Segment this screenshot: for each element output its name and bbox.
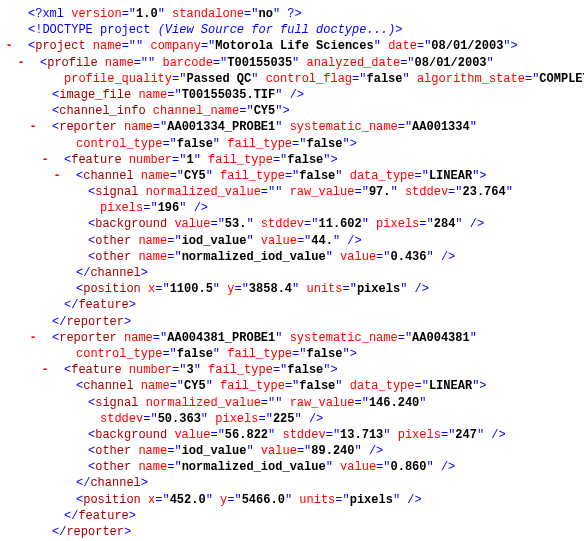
feature2-close: </feature> [4, 508, 580, 524]
channel-info: <channel_info channel_name="CY5"> [4, 103, 580, 119]
toggle-icon[interactable]: - [52, 168, 62, 184]
feature1-close: </feature> [4, 297, 580, 313]
project-open: -<project name="" company="Motorola Life… [4, 38, 580, 54]
signal2: <signal normalized_value="" raw_value="1… [4, 395, 580, 411]
background1: <background value="53." stddev="11.602" … [4, 216, 580, 232]
profile-cont: profile_quality="Passed QC" control_flag… [4, 71, 580, 87]
signal2-cont: stddev="50.363" pixels="225" /> [4, 411, 580, 427]
toggle-icon[interactable]: - [4, 38, 14, 54]
doctype: <!DOCTYPE project (View Source for full … [4, 22, 580, 38]
other1-1: <other name="iod_value" value="44." /> [4, 233, 580, 249]
reporter2-close: </reporter> [4, 524, 580, 540]
toggle-icon[interactable]: - [40, 362, 50, 378]
profile-open: -<profile name="" barcode="T00155035" an… [4, 55, 580, 71]
toggle-icon[interactable]: - [28, 119, 38, 135]
channel2-close: </channel> [4, 475, 580, 491]
feature2-open: -<feature number="3" fail_type="false"> [4, 362, 580, 378]
reporter1-close: </reporter> [4, 314, 580, 330]
toggle-icon[interactable]: - [16, 55, 26, 71]
channel1-open: -<channel name="CY5" fail_type="false" d… [4, 168, 580, 184]
position1: <position x="1100.5" y="3858.4" units="p… [4, 281, 580, 297]
other2-2: <other name="normalized_iod_value" value… [4, 459, 580, 475]
other2-1: <other name="iod_value" value="89.240" /… [4, 443, 580, 459]
reporter1-open: -<reporter name="AA001334_PROBE1" system… [4, 119, 580, 135]
xml-document: <?xml version="1.0" standalone="no" ?> <… [4, 6, 580, 540]
toggle-icon[interactable]: - [28, 330, 38, 346]
reporter2-open: -<reporter name="AA004381_PROBE1" system… [4, 330, 580, 346]
image-file: <image_file name="T00155035.TIF" /> [4, 87, 580, 103]
reporter2-cont: control_type="false" fail_type="false"> [4, 346, 580, 362]
feature1-open: -<feature number="1" fail_type="false"> [4, 152, 580, 168]
channel2-open: <channel name="CY5" fail_type="false" da… [4, 378, 580, 394]
background2: <background value="56.822" stddev="13.71… [4, 427, 580, 443]
xml-declaration: <?xml version="1.0" standalone="no" ?> [4, 6, 580, 22]
signal1: <signal normalized_value="" raw_value="9… [4, 184, 580, 200]
position2: <position x="452.0" y="5466.0" units="pi… [4, 492, 580, 508]
toggle-icon[interactable]: - [40, 152, 50, 168]
other1-2: <other name="normalized_iod_value" value… [4, 249, 580, 265]
reporter1-cont: control_type="false" fail_type="false"> [4, 136, 580, 152]
signal1-cont: pixels="196" /> [4, 200, 580, 216]
channel1-close: </channel> [4, 265, 580, 281]
